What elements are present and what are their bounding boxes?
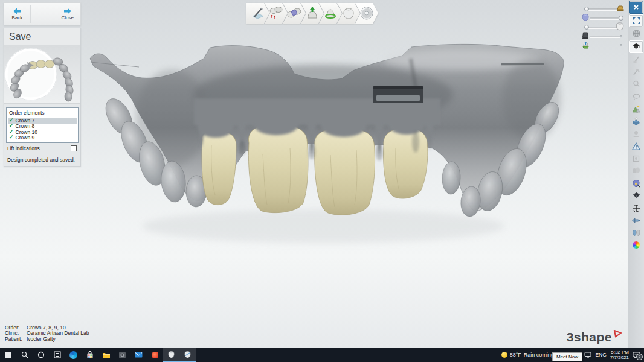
crown-8[interactable]	[248, 124, 308, 213]
weather-temperature: 88°F	[510, 352, 521, 358]
crown-10[interactable]	[384, 128, 428, 198]
office-button[interactable]	[147, 348, 163, 362]
back-button[interactable]: Back	[4, 3, 30, 25]
slider-model	[581, 13, 625, 22]
color-settings-button[interactable]	[630, 240, 643, 252]
trim-tool-icon	[251, 7, 265, 20]
nav-spacer	[31, 3, 54, 25]
insertion-tooth-icon[interactable]	[581, 40, 590, 52]
slider-model-thumb[interactable]	[619, 16, 623, 21]
patient-head-button[interactable]	[630, 128, 643, 140]
probe-tool-button[interactable]	[630, 54, 643, 66]
panel-title: Save	[4, 28, 80, 45]
insertion-direction-icon	[305, 6, 320, 21]
tooth-design-app-icon	[184, 351, 192, 358]
file-explorer-button[interactable]	[98, 348, 114, 362]
cross-section-tooth-icon	[632, 179, 640, 188]
order-element-crown10[interactable]: ✓ Crown 10	[8, 129, 77, 135]
dental-app-1-button[interactable]	[163, 348, 179, 362]
order-elements-box: Order elements ✓ Crown 7 ✓ Crown 8 ✓ Cro…	[6, 107, 79, 143]
order-element-label: Crown 9	[16, 135, 35, 141]
learn-mode-button[interactable]	[629, 40, 643, 54]
bounding-box-button[interactable]	[630, 153, 643, 165]
cross-section-button[interactable]	[630, 177, 643, 189]
cortana-button[interactable]	[33, 348, 49, 362]
slider-insertion	[581, 40, 625, 49]
search-icon	[21, 351, 28, 358]
start-button[interactable]	[0, 348, 16, 362]
order-element-crown8[interactable]: ✓ Crown 8	[8, 124, 77, 130]
angle-probe-button[interactable]	[630, 66, 643, 78]
slider-prep-thumb[interactable]	[620, 35, 622, 37]
3d-model-viewport[interactable]	[82, 27, 628, 347]
teeth-pair-icon	[632, 229, 640, 237]
slider-model-track[interactable]	[590, 17, 620, 19]
arch-overview-image	[4, 45, 80, 103]
warning-triangle-icon	[632, 142, 640, 150]
scanner-camera-icon	[118, 351, 126, 359]
slider-die-track[interactable]	[585, 8, 620, 10]
order-elements-header: Order elements	[8, 109, 77, 118]
back-arrow-icon	[13, 8, 21, 14]
slider-prep	[581, 31, 625, 40]
lift-indications-label: Lift indications	[7, 145, 40, 151]
clock-time: 5:32 PM	[610, 349, 629, 355]
order-element-label: Crown 10	[16, 129, 37, 135]
render-mode-button[interactable]	[630, 190, 643, 202]
step-trim-tool[interactable]	[246, 3, 269, 24]
slider-prep-track[interactable]	[590, 36, 620, 37]
fit-view-arrows-icon	[633, 17, 640, 25]
crown-7[interactable]	[202, 131, 236, 205]
taskbar-weather[interactable]: 88°F Rain coming	[501, 352, 554, 358]
patient-label: Patient:	[5, 337, 27, 343]
angle-probe-icon	[633, 68, 640, 76]
teeth-setup-button[interactable]	[630, 165, 643, 177]
slider-die-thumb[interactable]	[584, 7, 589, 11]
lasso-tool-button[interactable]	[630, 91, 643, 103]
network-icon[interactable]	[584, 352, 591, 358]
measure-tool-button[interactable]	[630, 215, 643, 227]
notification-badge: 2	[636, 354, 643, 360]
articulation-button[interactable]	[630, 202, 643, 214]
check-icon: ✓	[9, 129, 14, 134]
warnings-button[interactable]	[630, 141, 643, 153]
folder-icon	[102, 352, 111, 358]
taskbar-clock[interactable]: 5:32 PM 7/7/2021	[610, 349, 629, 360]
close-button[interactable]: Close	[54, 3, 80, 25]
visibility-sliders	[581, 4, 625, 49]
fit-view-button[interactable]	[629, 14, 643, 28]
close-panel-button[interactable]	[629, 1, 643, 14]
order-element-crown7[interactable]: ✓ Crown 7	[8, 118, 77, 124]
dental-app-2-button[interactable]	[179, 348, 196, 362]
order-element-label: Crown 8	[16, 123, 35, 129]
language-indicator[interactable]: ENG	[595, 352, 606, 358]
compare-teeth-button[interactable]	[630, 227, 643, 239]
back-button-label: Back	[11, 15, 22, 21]
scan-app-button[interactable]	[114, 348, 130, 362]
lift-indications-checkbox[interactable]	[71, 145, 77, 151]
tooth-library-button[interactable]	[630, 116, 643, 128]
globe-icon	[633, 30, 640, 37]
order-element-label: Crown 7	[16, 118, 35, 124]
order-element-crown9[interactable]: ✓ Crown 9	[8, 135, 77, 141]
edge-browser-button[interactable]	[65, 348, 82, 362]
connectors-icon	[286, 6, 302, 21]
close-arrow-icon	[63, 8, 72, 14]
pick-tool-button[interactable]	[630, 78, 643, 91]
mail-button[interactable]	[130, 348, 147, 362]
lift-indications-row: Lift indications	[4, 143, 80, 154]
tooth-app-icon	[167, 351, 175, 358]
scan-hole	[373, 86, 423, 103]
slider-anatomy-thumb[interactable]	[584, 25, 589, 30]
globe-view-button[interactable]	[630, 28, 643, 40]
design-overview-thumbnail[interactable]	[4, 45, 80, 104]
action-center-button[interactable]: 2	[633, 352, 640, 358]
scan-quality-button[interactable]	[630, 103, 643, 115]
patient-row: Patient:Ivocler Gatty	[5, 337, 89, 343]
crown-9[interactable]	[315, 128, 375, 215]
view-tools-sidebar	[628, 0, 644, 348]
store-button[interactable]	[82, 348, 98, 362]
task-view-icon	[54, 351, 61, 358]
task-view-button[interactable]	[49, 348, 65, 362]
taskbar-search-button[interactable]	[16, 348, 33, 362]
